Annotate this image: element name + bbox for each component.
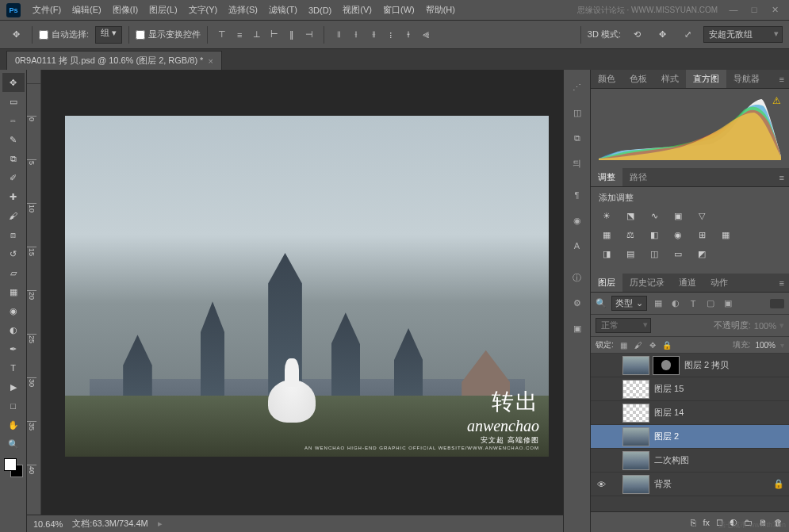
color-lookup-icon[interactable]: ▦ [718,228,733,242]
tab-navigator[interactable]: 导航器 [726,70,767,88]
blend-mode-dropdown[interactable]: 正常 [596,318,651,333]
pan-3d-icon[interactable]: ✥ [653,25,672,44]
menu-view[interactable]: 视图(V) [337,4,377,16]
orbit-3d-icon[interactable]: ⟲ [627,25,646,44]
tab-history[interactable]: 历史记录 [622,274,672,292]
info-panel-icon[interactable]: ⓘ [566,265,588,290]
layer-row[interactable]: 图层 2 拷贝 [591,354,789,377]
threshold-icon[interactable]: ◫ [646,247,662,261]
auto-select-checkbox[interactable]: 自动选择: [39,29,89,40]
menu-window[interactable]: 窗口(W) [377,4,420,16]
path-select-tool[interactable]: ▶ [2,377,25,396]
distribute-left-icon[interactable]: ⫶ [383,27,399,43]
document-tab[interactable]: 0R9A0111 拷 贝.psd @ 10.6% (图层 2, RGB/8) *… [6,51,222,70]
layer-thumbnail[interactable] [622,356,649,375]
search-icon[interactable]: 🔍 [596,298,607,308]
show-transform-checkbox[interactable]: 显示变换控件 [136,29,201,40]
align-bottom-icon[interactable]: ⊥ [249,27,265,43]
layer-name[interactable]: 图层 2 拷贝 [683,359,784,371]
menu-help[interactable]: 帮助(H) [420,4,461,16]
ruler-vertical[interactable]: 0510152025303540 [27,84,41,515]
layer-thumbnail[interactable] [622,380,649,399]
invert-icon[interactable]: ◨ [599,247,615,261]
tab-swatches[interactable]: 色板 [622,70,654,88]
vibrance-icon[interactable]: ▽ [694,209,710,223]
color-swatches[interactable] [2,457,25,479]
document-tab-close-icon[interactable]: × [208,56,213,66]
clone-stamp-tool[interactable]: ⧈ [2,225,25,244]
canvas[interactable]: 转出 anwenchao 安文超 高端修图 AN WENCHAO HIGH-EN… [41,84,563,515]
opacity-value[interactable]: 100% [754,321,776,331]
clone-source-icon[interactable]: ⧉ [566,125,588,151]
panel-2-menu-icon[interactable]: ≡ [775,168,789,186]
layer-name[interactable]: 二次构图 [653,454,784,466]
menu-3d[interactable]: 3D(D) [303,6,337,15]
filter-adjust-icon[interactable]: ◐ [669,297,682,310]
align-vcenter-icon[interactable]: ≡ [232,27,247,43]
layer-filter-type-dropdown[interactable]: 类型 ⌄ [611,296,647,311]
layer-thumbnail[interactable] [622,427,649,446]
quick-select-tool[interactable]: ✎ [2,130,25,149]
glyph-panel-icon[interactable]: A [566,233,588,258]
blur-tool[interactable]: ◉ [2,301,25,320]
distribute-bottom-icon[interactable]: ⫵ [366,27,381,43]
rectangle-tool[interactable]: □ [2,396,25,415]
menu-image[interactable]: 图像(I) [107,4,144,16]
eyedropper-tool[interactable]: ✐ [2,168,25,187]
fill-value[interactable]: 100% [755,341,776,350]
layer-mask-thumbnail[interactable] [653,356,680,375]
brightness-contrast-icon[interactable]: ☀ [599,209,615,223]
exposure-icon[interactable]: ▣ [670,209,686,223]
menu-edit[interactable]: 编辑(E) [67,4,107,16]
paragraph-panel-icon[interactable]: ¶ [566,182,588,208]
close-button[interactable]: ✕ [767,5,783,15]
layer-row[interactable]: 图层 14 [591,401,789,425]
lock-transparency-icon[interactable]: ▦ [619,339,630,350]
tab-actions[interactable]: 动作 [703,274,735,292]
minimize-button[interactable]: — [726,5,741,15]
filter-smart-icon[interactable]: ▣ [722,297,734,310]
marquee-tool[interactable]: ▭ [2,92,25,111]
align-hcenter-icon[interactable]: ‖ [284,27,300,43]
align-top-icon[interactable]: ⊤ [214,27,230,43]
lasso-tool[interactable]: ⎓ [2,111,25,130]
pen-tool[interactable]: ✒ [2,339,25,358]
gradient-map-icon[interactable]: ▭ [670,247,686,261]
distribute-hcenter-icon[interactable]: ⫳ [400,27,416,43]
zoom-level[interactable]: 10.64% [33,519,63,529]
layer-thumbnail[interactable] [622,451,649,470]
status-menu-icon[interactable]: ▸ [158,519,163,529]
menu-layer[interactable]: 图层(L) [144,4,182,16]
foreground-color-swatch[interactable] [4,458,17,471]
layer-row[interactable]: 二次构图 [591,449,789,473]
channel-mixer-icon[interactable]: ⊞ [694,228,710,242]
tab-color[interactable]: 颜色 [591,70,622,88]
auto-select-target-dropdown[interactable]: 组 ▾ [95,26,122,44]
tab-styles[interactable]: 样式 [654,70,686,88]
tab-channels[interactable]: 通道 [672,274,703,292]
layer-row[interactable]: 👁背景🔒 [591,473,789,496]
layer-fx-icon[interactable]: fx [703,518,710,527]
layer-filter-toggle[interactable] [770,299,784,308]
properties-panel-icon[interactable]: ⚙ [566,290,588,316]
menu-type[interactable]: 文字(Y) [183,4,224,16]
align-left-icon[interactable]: ⊢ [266,27,282,43]
distribute-right-icon[interactable]: ⫷ [418,27,434,43]
eraser-tool[interactable]: ▱ [2,263,25,282]
brush-tool[interactable]: 🖌 [2,206,25,225]
ruler-origin[interactable] [27,70,41,84]
gradient-tool[interactable]: ▦ [2,282,25,301]
menu-filter[interactable]: 滤镜(T) [263,4,303,16]
tab-adjustments[interactable]: 调整 [591,168,622,186]
posterize-icon[interactable]: ▤ [622,247,638,261]
brush-panel-icon[interactable]: ⋰ [566,75,588,100]
bw-icon[interactable]: ◧ [646,228,662,242]
layer-name[interactable]: 图层 14 [653,407,784,419]
distribute-vcenter-icon[interactable]: ⫲ [348,27,364,43]
lock-position-icon[interactable]: ✥ [647,339,658,350]
tab-layers[interactable]: 图层 [591,274,622,292]
layer-thumbnail[interactable] [622,404,649,423]
maximize-button[interactable]: □ [746,5,762,15]
lock-all-icon[interactable]: 🔒 [661,339,672,350]
type-tool[interactable]: T [2,358,25,377]
